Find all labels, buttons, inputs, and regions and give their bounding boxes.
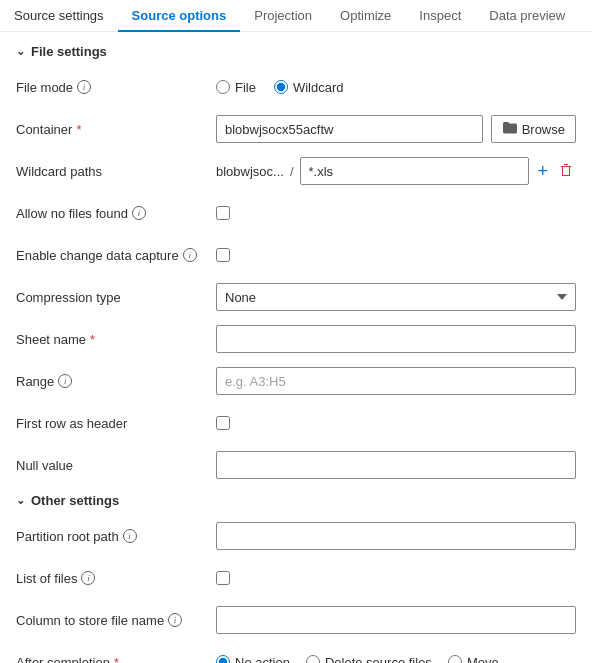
after-completion-no-action-radio[interactable] <box>216 655 230 663</box>
compression-type-select-group: None bzip2 gzip deflate ZipDeflate <box>216 283 576 311</box>
tab-bar: Source settings Source options Projectio… <box>0 0 592 32</box>
main-content: ⌄ File settings File mode i File Wildcar… <box>0 32 592 663</box>
wildcard-paths-label: Wildcard paths <box>16 164 216 179</box>
after-completion-label: After completion * <box>16 655 216 664</box>
container-label: Container * <box>16 122 216 137</box>
allow-no-files-label: Allow no files found i <box>16 206 216 221</box>
file-mode-info-icon[interactable]: i <box>77 80 91 94</box>
after-completion-delete-option[interactable]: Delete source files <box>306 655 432 664</box>
tab-projection[interactable]: Projection <box>240 0 326 31</box>
first-row-header-checkbox-group <box>216 416 576 430</box>
enable-cdc-checkbox[interactable] <box>216 248 230 262</box>
column-store-filename-input-group <box>216 606 576 634</box>
file-mode-label: File mode i <box>16 80 216 95</box>
compression-type-select[interactable]: None bzip2 gzip deflate ZipDeflate <box>216 283 576 311</box>
wildcard-input[interactable] <box>300 157 530 185</box>
wildcard-delete-button[interactable] <box>556 162 576 181</box>
sheet-name-required-star: * <box>90 332 95 347</box>
file-mode-file-label: File <box>235 80 256 95</box>
container-input-group: Browse <box>216 115 576 143</box>
column-store-filename-input[interactable] <box>216 606 576 634</box>
first-row-header-row: First row as header <box>16 409 576 437</box>
range-label: Range i <box>16 374 216 389</box>
after-completion-required-star: * <box>114 655 119 664</box>
browse-button[interactable]: Browse <box>491 115 576 143</box>
wildcard-slash: / <box>290 164 294 179</box>
range-row: Range i <box>16 367 576 395</box>
other-settings-chevron-icon: ⌄ <box>16 494 25 507</box>
chevron-down-icon: ⌄ <box>16 45 25 58</box>
file-mode-radio-group: File Wildcard <box>216 80 576 95</box>
wildcard-input-group: blobwjsoc... / + <box>216 157 576 185</box>
file-mode-wildcard-option[interactable]: Wildcard <box>274 80 344 95</box>
tab-data-preview[interactable]: Data preview <box>475 0 579 31</box>
after-completion-no-action-label: No action <box>235 655 290 664</box>
column-store-filename-row: Column to store file name i <box>16 606 576 634</box>
list-of-files-checkbox-group <box>216 571 576 585</box>
enable-cdc-info-icon[interactable]: i <box>183 248 197 262</box>
file-mode-wildcard-radio[interactable] <box>274 80 288 94</box>
partition-root-path-input-group <box>216 522 576 550</box>
range-input[interactable] <box>216 367 576 395</box>
enable-cdc-checkbox-group <box>216 248 576 262</box>
list-of-files-label: List of files i <box>16 571 216 586</box>
range-info-icon[interactable]: i <box>58 374 72 388</box>
wildcard-prefix: blobwjsoc... <box>216 164 284 179</box>
folder-icon <box>502 120 518 139</box>
file-settings-label: File settings <box>31 44 107 59</box>
list-of-files-row: List of files i <box>16 564 576 592</box>
partition-root-path-label: Partition root path i <box>16 529 216 544</box>
tab-source-settings[interactable]: Source settings <box>0 0 118 31</box>
other-settings-header[interactable]: ⌄ Other settings <box>16 493 576 508</box>
after-completion-no-action-option[interactable]: No action <box>216 655 290 664</box>
container-required-star: * <box>76 122 81 137</box>
browse-label: Browse <box>522 122 565 137</box>
allow-no-files-row: Allow no files found i <box>16 199 576 227</box>
null-value-row: Null value <box>16 451 576 479</box>
container-input[interactable] <box>216 115 483 143</box>
container-row: Container * Browse <box>16 115 576 143</box>
tab-optimize[interactable]: Optimize <box>326 0 405 31</box>
other-settings-label: Other settings <box>31 493 119 508</box>
column-store-filename-info-icon[interactable]: i <box>168 613 182 627</box>
list-of-files-checkbox[interactable] <box>216 571 230 585</box>
allow-no-files-info-icon[interactable]: i <box>132 206 146 220</box>
sheet-name-label: Sheet name * <box>16 332 216 347</box>
allow-no-files-checkbox-group <box>216 206 576 220</box>
partition-root-path-input[interactable] <box>216 522 576 550</box>
tab-inspect[interactable]: Inspect <box>405 0 475 31</box>
tab-source-options[interactable]: Source options <box>118 0 241 31</box>
first-row-header-label: First row as header <box>16 416 216 431</box>
file-mode-file-radio[interactable] <box>216 80 230 94</box>
file-mode-row: File mode i File Wildcard <box>16 73 576 101</box>
null-value-input-group <box>216 451 576 479</box>
sheet-name-input[interactable] <box>216 325 576 353</box>
enable-cdc-row: Enable change data capture i <box>16 241 576 269</box>
after-completion-radio-group: No action Delete source files Move <box>216 655 576 664</box>
file-mode-file-option[interactable]: File <box>216 80 256 95</box>
sheet-name-input-group <box>216 325 576 353</box>
after-completion-move-label: Move <box>467 655 499 664</box>
after-completion-move-option[interactable]: Move <box>448 655 499 664</box>
after-completion-delete-radio[interactable] <box>306 655 320 663</box>
allow-no-files-checkbox[interactable] <box>216 206 230 220</box>
partition-root-path-info-icon[interactable]: i <box>123 529 137 543</box>
wildcard-add-button[interactable]: + <box>535 162 550 180</box>
file-mode-wildcard-label: Wildcard <box>293 80 344 95</box>
column-store-filename-label: Column to store file name i <box>16 613 216 628</box>
compression-type-row: Compression type None bzip2 gzip deflate… <box>16 283 576 311</box>
partition-root-path-row: Partition root path i <box>16 522 576 550</box>
after-completion-row: After completion * No action Delete sour… <box>16 648 576 663</box>
range-input-group <box>216 367 576 395</box>
first-row-header-checkbox[interactable] <box>216 416 230 430</box>
file-settings-header[interactable]: ⌄ File settings <box>16 44 576 59</box>
list-of-files-info-icon[interactable]: i <box>81 571 95 585</box>
sheet-name-row: Sheet name * <box>16 325 576 353</box>
null-value-input[interactable] <box>216 451 576 479</box>
null-value-label: Null value <box>16 458 216 473</box>
compression-type-label: Compression type <box>16 290 216 305</box>
after-completion-delete-label: Delete source files <box>325 655 432 664</box>
enable-cdc-label: Enable change data capture i <box>16 248 216 263</box>
after-completion-move-radio[interactable] <box>448 655 462 663</box>
wildcard-paths-row: Wildcard paths blobwjsoc... / + <box>16 157 576 185</box>
